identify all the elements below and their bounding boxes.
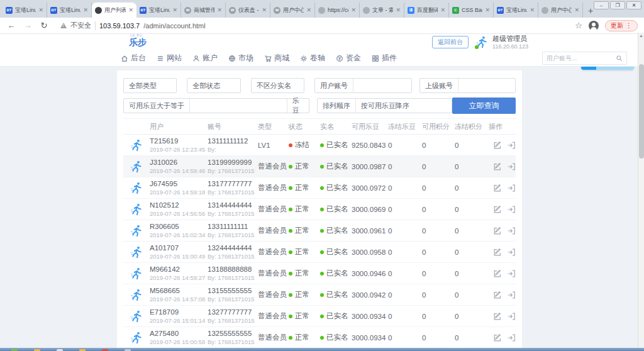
- browser-tab[interactable]: CCSS Backgr✕: [449, 3, 494, 18]
- type-select[interactable]: 全部类型: [123, 78, 177, 93]
- order-select[interactable]: 按可用乐豆降序: [356, 101, 452, 111]
- close-icon[interactable]: ✕: [626, 1, 641, 9]
- back-to-front-button[interactable]: 返回前台: [432, 36, 469, 48]
- account-input[interactable]: [353, 79, 411, 92]
- nav-item-市场[interactable]: 市场: [228, 53, 253, 64]
- tab-close-icon[interactable]: ✕: [262, 7, 267, 13]
- login-as-button[interactable]: [507, 291, 516, 299]
- bt-favicon: BT: [497, 7, 504, 14]
- edit-button[interactable]: [493, 333, 502, 342]
- nav-item-商城[interactable]: 商城: [264, 53, 289, 64]
- tab-close-icon[interactable]: ✕: [128, 7, 133, 13]
- tab-close-icon[interactable]: ✕: [396, 7, 401, 13]
- login-as-button[interactable]: [507, 226, 516, 235]
- edit-button[interactable]: [493, 162, 502, 171]
- ledou-min-input[interactable]: [190, 99, 287, 113]
- login-as-button[interactable]: [507, 141, 516, 150]
- browser-tab[interactable]: BT宝塔Linux面✕: [3, 3, 47, 18]
- windows-taskbar[interactable]: [0, 348, 644, 351]
- status-select[interactable]: 全部状态: [187, 78, 240, 93]
- edit-button[interactable]: [493, 226, 502, 235]
- user-id[interactable]: R306605: [150, 222, 208, 231]
- chrome-update-button[interactable]: 更新 ⋮: [605, 20, 638, 31]
- search-icon[interactable]: [616, 55, 623, 62]
- browser-tab[interactable]: 用户中心 - 1✕: [538, 3, 583, 18]
- back-icon[interactable]: ←: [6, 21, 16, 30]
- forward-icon[interactable]: →: [23, 21, 33, 30]
- user-id[interactable]: M568665: [150, 286, 208, 295]
- login-as-button[interactable]: [507, 184, 516, 192]
- nav-item-卷轴[interactable]: 卷轴: [300, 53, 325, 64]
- tab-close-icon[interactable]: ✕: [530, 7, 535, 13]
- tab-close-icon[interactable]: ✕: [440, 7, 445, 13]
- globe-favicon: [318, 7, 325, 14]
- edit-button[interactable]: [493, 312, 502, 321]
- browser-tab[interactable]: 文章 - 索引✕: [360, 3, 404, 18]
- edit-button[interactable]: [493, 291, 502, 299]
- nav-item-账户[interactable]: 账户: [192, 53, 218, 64]
- tab-close-icon[interactable]: ✕: [351, 7, 356, 13]
- site-logo[interactable]: LE BU 乐步: [129, 38, 147, 47]
- edit-button[interactable]: [493, 269, 502, 278]
- edit-button[interactable]: [493, 184, 502, 192]
- browser-tab[interactable]: W用户中心-索✕: [270, 3, 315, 18]
- restore-icon[interactable]: ❐: [610, 1, 625, 9]
- user-id[interactable]: E718709: [150, 308, 208, 316]
- parent-account-input[interactable]: [458, 79, 515, 92]
- runner-icon: [130, 267, 143, 281]
- login-as-button[interactable]: [507, 333, 516, 342]
- edit-button[interactable]: [493, 141, 502, 150]
- edit-button[interactable]: [493, 248, 502, 257]
- browser-tab[interactable]: BT宝塔Linux面✕: [136, 3, 181, 18]
- browser-tab[interactable]: W商城管理 - 3✕: [181, 3, 226, 18]
- user-id[interactable]: J674595: [150, 179, 208, 188]
- not-secure-warning-icon[interactable]: [60, 23, 67, 28]
- login-as-button[interactable]: [507, 205, 516, 214]
- login-as-button[interactable]: [507, 248, 516, 257]
- address-bar[interactable]: 不安全 103.59.103.7/admin/account.html: [55, 19, 569, 33]
- login-as-button[interactable]: [507, 162, 516, 171]
- minimize-icon[interactable]: –: [594, 1, 609, 9]
- tab-close-icon[interactable]: ✕: [83, 7, 88, 13]
- download-helper-widget[interactable]: 高速下载: [581, 67, 634, 70]
- tab-close-icon[interactable]: ✕: [172, 7, 177, 13]
- browser-scrollbar[interactable]: ▲: [638, 33, 644, 348]
- refresh-icon[interactable]: ↻: [39, 21, 49, 30]
- tab-close-icon[interactable]: ✕: [38, 7, 43, 13]
- status-dot-icon: [289, 208, 292, 211]
- realname-select[interactable]: 不区分实名: [251, 78, 304, 93]
- user-id[interactable]: A275480: [150, 329, 208, 338]
- user-id[interactable]: T215619: [150, 136, 208, 145]
- login-as-button[interactable]: [507, 312, 516, 321]
- frozen-points: 0: [455, 142, 489, 149]
- login-as-button[interactable]: [507, 269, 516, 278]
- user-id[interactable]: A101707: [150, 243, 208, 252]
- browser-tab[interactable]: BT宝塔Linux面✕: [47, 3, 92, 18]
- search-input[interactable]: [547, 55, 613, 62]
- nav-item-后台[interactable]: 后台: [121, 53, 146, 64]
- admin-account[interactable]: 超级管理员 116.20.60.123: [475, 35, 528, 49]
- user-id[interactable]: N102512: [150, 201, 208, 209]
- scroll-up-icon[interactable]: ▲: [638, 33, 644, 39]
- browser-tab[interactable]: W仪表盘 - 索✕: [226, 3, 270, 18]
- scrollbar-thumb[interactable]: [639, 64, 644, 159]
- tab-close-icon[interactable]: ✕: [574, 7, 579, 13]
- browser-tab[interactable]: https://cdn.✕: [315, 3, 360, 18]
- user-id[interactable]: M966142: [150, 265, 208, 274]
- user-id[interactable]: J310026: [150, 158, 208, 167]
- browser-tab[interactable]: 用户列表✕: [92, 3, 136, 18]
- tab-close-icon[interactable]: ✕: [306, 7, 311, 13]
- browser-tab[interactable]: 译百度翻译-20✕: [404, 3, 449, 18]
- nav-item-插件[interactable]: 插件: [372, 53, 397, 64]
- tab-close-icon[interactable]: ✕: [485, 7, 490, 13]
- register-time: 2019-07-26 14:56:56: [150, 210, 208, 218]
- user-account-search[interactable]: [542, 52, 627, 65]
- bookmark-star-icon[interactable]: ☆: [575, 21, 582, 30]
- tab-close-icon[interactable]: ✕: [217, 7, 222, 13]
- nav-item-资金[interactable]: 资金: [336, 53, 361, 64]
- query-button[interactable]: 立即查询: [452, 98, 516, 114]
- browser-tab[interactable]: BT宝塔Linux面✕: [494, 3, 538, 18]
- edit-button[interactable]: [493, 205, 502, 214]
- nav-item-网站[interactable]: 网站: [157, 53, 182, 64]
- profile-avatar-icon[interactable]: [589, 21, 599, 31]
